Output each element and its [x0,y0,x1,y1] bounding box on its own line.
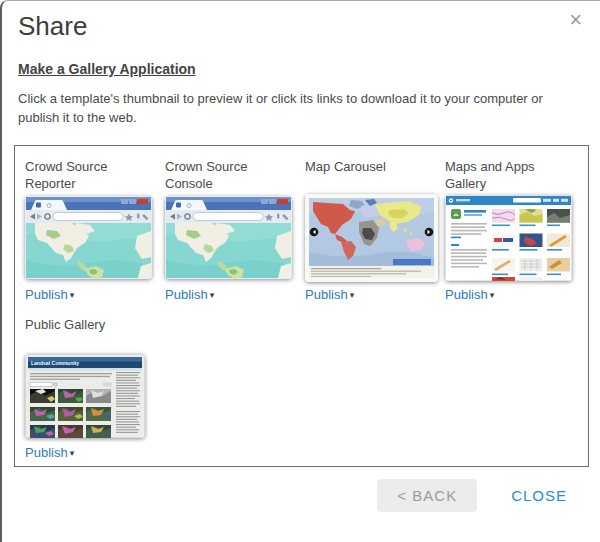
template-card-maps-and-apps-gallery: Maps and Apps Gallery [445,158,585,302]
publish-dropdown[interactable]: Publish▾ [25,287,165,302]
template-thumbnail-public-gallery[interactable]: Landsat Community [25,352,165,440]
instructions-text: Click a template's thumbnail to preview … [18,90,584,128]
publish-dropdown[interactable]: Publish▾ [445,287,585,302]
dialog-title: Share [18,11,87,41]
template-thumbnail-maps-and-apps-gallery[interactable] [445,194,585,282]
gallery-webpage-thumbnail-image [445,195,572,281]
landsat-gallery-thumbnail-image: Landsat Community [25,354,145,438]
template-card-crowd-source-reporter: Crowd Source Reporter [25,158,165,302]
close-icon[interactable]: × [565,5,586,35]
make-gallery-application-link[interactable]: Make a Gallery Application [18,61,196,77]
browser-map-thumbnail-image [165,196,292,279]
publish-link[interactable]: Publish [25,445,68,460]
publish-link[interactable]: Publish [25,287,68,302]
publish-link[interactable]: Publish [305,287,348,302]
publish-dropdown[interactable]: Publish▾ [25,445,165,460]
template-card-public-gallery: Public Gallery Landsat Community [25,316,165,460]
template-thumbnail-map-carousel[interactable] [305,194,445,282]
template-title: Map Carousel [305,158,429,194]
publish-link[interactable]: Publish [165,287,208,302]
publish-dropdown[interactable]: Publish▾ [165,287,305,302]
publish-link[interactable]: Publish [445,287,488,302]
dropdown-caret-icon: ▾ [350,290,355,300]
template-title: Maps and Apps Gallery [445,158,569,194]
world-map-carousel-thumbnail-image [305,194,438,282]
template-card-crown-source-console: Crown Source Console [165,158,305,302]
templates-grid: Crowd Source Reporter [25,158,588,460]
dropdown-caret-icon: ▾ [70,448,75,458]
share-dialog: Share × Make a Gallery Application Click… [0,0,600,542]
template-title: Crown Source Console [165,158,289,194]
dropdown-caret-icon: ▾ [210,290,215,300]
browser-map-thumbnail-image [25,196,152,279]
publish-dropdown[interactable]: Publish▾ [305,287,445,302]
dropdown-caret-icon: ▾ [490,290,495,300]
template-thumbnail-crowd-source-reporter[interactable] [25,194,165,282]
templates-panel: Crowd Source Reporter [14,145,589,467]
template-card-map-carousel: Map Carousel [305,158,445,302]
template-title: Crowd Source Reporter [25,158,149,194]
back-button[interactable]: < BACK [377,479,477,512]
dropdown-caret-icon: ▾ [70,290,75,300]
dialog-header: Share × [2,1,600,42]
landsat-community-label: Landsat Community [31,360,79,366]
close-button[interactable]: CLOSE [509,481,569,510]
dialog-footer: < BACK CLOSE [377,479,569,512]
template-thumbnail-crown-source-console[interactable] [165,194,305,282]
template-title: Public Gallery [25,316,149,352]
